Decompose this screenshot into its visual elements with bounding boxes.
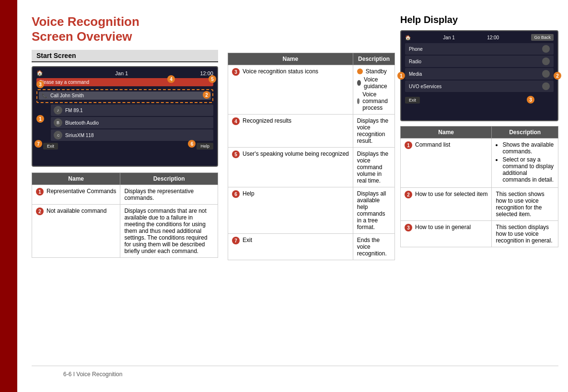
table-row: 6 Help Displays all available help comma… xyxy=(228,187,395,234)
ss-command-bar: Please say a command xyxy=(36,78,213,86)
table-row: 3 How to use in general This section dis… xyxy=(401,221,558,247)
mid-row4-desc: Displays the voice recognition result. xyxy=(353,115,395,148)
hs-goback-btn[interactable]: Go Back xyxy=(531,34,554,41)
left-table-header-desc: Description xyxy=(120,173,218,185)
hs-mic-uvo xyxy=(542,82,550,90)
hs-badge-1: 1 xyxy=(397,72,405,80)
ss-menu-sirius: ♫ SiriusXM 118 xyxy=(51,129,213,141)
hs-badge-3: 3 xyxy=(527,96,534,104)
hs-mic-radio xyxy=(542,58,550,65)
mid-row7-name: 7 Exit xyxy=(228,234,353,260)
badge-7: 7 xyxy=(35,140,42,148)
ss-menu-item-call: 📞 Call John Smith xyxy=(39,92,211,100)
right-row3-name: 3 How to use in general xyxy=(401,221,492,247)
hs-bottom: Exit 3 xyxy=(405,95,554,104)
hs-date: Jan 1 xyxy=(443,35,454,40)
ss-command-area: Please say a command 4 5 xyxy=(36,78,213,86)
mid-row5-name: 5 User's speaking volume being recognize… xyxy=(228,148,353,187)
standby-icon xyxy=(357,69,363,74)
table-row: 2 Not available command Displays command… xyxy=(32,205,218,258)
hs-row-uvo: UVO eServices xyxy=(405,81,554,92)
ss-bottom-bar: 7 Exit 6 Help xyxy=(36,143,213,150)
right-column: Help Display 🏠 Jan 1 12:00 Go Back 1 2 xyxy=(400,14,558,366)
mid-row6-desc: Displays all available help commands in … xyxy=(353,187,395,234)
mid-table-header-name: Name xyxy=(228,53,353,65)
hs-badge-2: 2 xyxy=(554,72,561,80)
mid-row4-name: 4 Recognized results xyxy=(228,115,353,148)
ss-date: Jan 1 xyxy=(115,70,128,76)
ss-help-btn[interactable]: Help xyxy=(197,143,213,150)
mid-column: Name Description 3 Voice recognition sta… xyxy=(228,14,391,366)
ss-menu-bt: B Bluetooth Audio xyxy=(51,117,213,128)
table-row: 5 User's speaking volume being recognize… xyxy=(228,148,395,187)
table-row: 3 Voice recognition status icons Standby xyxy=(228,65,395,115)
right-row1-bullets: Shows the available commands. Select or … xyxy=(496,141,554,183)
red-sidebar xyxy=(0,0,17,392)
hs-mic-phone xyxy=(542,45,550,53)
left-table-header-name: Name xyxy=(32,173,120,185)
table-row: 7 Exit Ends the voice recognition. xyxy=(228,234,395,260)
right-table: Name Description 1 Command list xyxy=(400,126,558,247)
ss-exit-area: 7 Exit xyxy=(36,143,58,150)
table-row: 2 How to use for selected item This sect… xyxy=(401,188,558,221)
hs-menu-list: Phone Radio Media UVO eServices xyxy=(405,43,554,92)
help-display-title: Help Display xyxy=(400,14,558,25)
mid-table: Name Description 3 Voice recognition sta… xyxy=(228,53,395,260)
right-row3-desc: This section displays how to use voice r… xyxy=(492,221,558,247)
hs-row-radio: Radio xyxy=(405,56,554,67)
page-container: Voice Recognition Screen Overview Start … xyxy=(0,0,568,392)
ss-menu-list: ♪ FM 89.1 B Bluetooth Audio ♫ SiriusXM 1… xyxy=(51,104,213,141)
hs-time: 12:00 xyxy=(487,35,499,40)
left-column: Voice Recognition Screen Overview Start … xyxy=(32,14,218,366)
right-table-header-name: Name xyxy=(401,127,492,138)
badge-6: 6 xyxy=(188,140,196,148)
left-row2-desc: Displays commands that are not available… xyxy=(120,205,218,258)
page-title: Voice Recognition Screen Overview xyxy=(32,14,218,44)
mid-table-header-desc: Description xyxy=(353,53,395,65)
hs-exit-btn[interactable]: Exit xyxy=(405,97,420,104)
table-row: 4 Recognized results Displays the voice … xyxy=(228,115,395,148)
right-row2-desc: This section shows how to use voice reco… xyxy=(492,188,558,221)
ss-menu-fm: ♪ FM 89.1 xyxy=(51,104,213,116)
table-row: 1 Command list Shows the available comma… xyxy=(401,138,558,188)
footer: 6-6 I Voice Recognition xyxy=(32,366,558,382)
start-screen-mockup: 🏠 Jan 1 12:00 3 Please say a command 4 5 xyxy=(32,66,218,167)
ss-top-bar: 🏠 Jan 1 12:00 xyxy=(36,70,213,76)
ss-exit-btn[interactable]: Exit xyxy=(43,143,58,150)
mid-row5-desc: Displays the voice command volume in rea… xyxy=(353,148,395,187)
right-row2-name: 2 How to use for selected item xyxy=(401,188,492,221)
right-row1-desc: Shows the available commands. Select or … xyxy=(492,138,558,188)
hs-home-icon: 🏠 xyxy=(405,35,411,40)
content-area: Voice Recognition Screen Overview Start … xyxy=(17,0,568,392)
hs-row-media: Media xyxy=(405,68,554,80)
mid-row6-name: 6 Help xyxy=(228,187,353,234)
ss-fm-icon: ♪ xyxy=(54,106,62,115)
voice-guidance-icon xyxy=(357,80,361,86)
left-row1-desc: Displays the representative commands. xyxy=(120,185,218,205)
ss-home-icon: 🏠 xyxy=(36,70,43,76)
left-row1-name: 1 Representative Commands xyxy=(32,185,120,205)
ss-help-area: 6 Help xyxy=(190,143,213,150)
main-columns: Voice Recognition Screen Overview Start … xyxy=(32,14,558,366)
mid-row3-name: 3 Voice recognition status icons xyxy=(228,65,353,115)
hs-mic-media xyxy=(542,70,550,78)
start-screen-header: Start Screen xyxy=(32,50,218,62)
footer-text: 6-6 I Voice Recognition xyxy=(63,371,122,378)
hs-row-phone: Phone xyxy=(405,43,554,55)
ss-bt-icon: B xyxy=(54,118,62,127)
help-screen-mockup: 🏠 Jan 1 12:00 Go Back 1 2 Phone xyxy=(400,30,558,121)
ss-sirius-icon: ♫ xyxy=(54,131,62,139)
right-row1-name: 1 Command list xyxy=(401,138,492,188)
left-row2-name: 2 Not available command xyxy=(32,205,120,258)
left-table: Name Description 1 Representative Comman… xyxy=(32,173,218,258)
table-row: 1 Representative Commands Displays the r… xyxy=(32,185,218,205)
mid-row3-desc: Standby Voice guidance Voice command pro… xyxy=(353,65,395,115)
voice-command-icon xyxy=(357,98,359,104)
hs-top-bar: 🏠 Jan 1 12:00 Go Back xyxy=(405,34,554,41)
ss-highlight-box: 2 📞 Call John Smith xyxy=(36,89,213,103)
badge-3: 3 xyxy=(36,81,44,88)
right-table-header-desc: Description xyxy=(492,127,558,138)
mid-row7-desc: Ends the voice recognition. xyxy=(353,234,395,260)
badge-5: 5 xyxy=(209,75,216,83)
badge-1: 1 xyxy=(36,115,44,123)
